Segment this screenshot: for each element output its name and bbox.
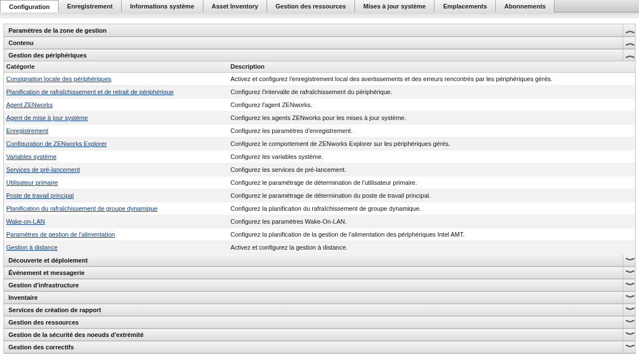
category-cell: Paramètres de gestion de l'alimentation (4, 231, 229, 238)
table-row: Planification de rafraîchissement et de … (4, 86, 635, 99)
section-inventaire[interactable]: Inventaire︾ (4, 291, 635, 304)
section-gestion-d-infrastructure[interactable]: Gestion d'infrastructure︾ (4, 279, 635, 291)
description-cell: Configurez les paramètres Wake-On-LAN. (229, 218, 635, 225)
table-row: Configuration de ZENworks ExplorerConfig… (4, 137, 635, 150)
description-cell: Activez et configurez la gestion à dista… (229, 244, 635, 251)
category-link[interactable]: Enregistrement (6, 127, 48, 134)
section-title: Découverte et déploiement (8, 257, 88, 264)
category-cell: Gestion à distance (4, 244, 229, 251)
column-category: Catégorie (4, 61, 229, 72)
table-row: Wake-on-LANConfigurez les paramètres Wak… (4, 215, 635, 228)
section-zone-settings[interactable]: Paramètres de la zone de gestion ︽ (4, 24, 635, 37)
section-device-management[interactable]: Gestion des périphériques ︽ (4, 49, 635, 61)
category-cell: Planification de rafraîchissement et de … (4, 88, 229, 95)
expand-button[interactable]: ︾ (623, 255, 635, 266)
collapse-button[interactable]: ︽ (623, 37, 635, 48)
section-d-couverte-et-d-ploiement[interactable]: Découverte et déploiement︾ (4, 254, 635, 267)
chevron-down-icon: ︾ (625, 294, 633, 301)
table-row: Variables systèmeConfigurez les variable… (4, 150, 635, 163)
category-link[interactable]: Poste de travail principal (6, 192, 74, 199)
tab-abonnements[interactable]: Abonnements (496, 0, 554, 12)
collapse-button[interactable]: ︽ (623, 25, 635, 36)
tab-informations-syst-me[interactable]: Informations système (122, 0, 203, 12)
table-row: Planification du rafraîchissement de gro… (4, 202, 635, 215)
chevron-down-icon: ︾ (625, 307, 633, 313)
tab-configuration[interactable]: Configuration (0, 0, 59, 12)
category-cell: Wake-on-LAN (4, 218, 229, 225)
category-link[interactable]: Wake-on-LAN (6, 218, 45, 225)
tab-enregistrement[interactable]: Enregistrement (59, 0, 122, 12)
chevron-down-icon: ︾ (625, 331, 633, 338)
table-row: Agent ZENworksConfigurez l'agent ZENwork… (4, 99, 635, 112)
chevron-up-icon: ︽ (625, 39, 633, 46)
chevron-up-icon: ︽ (625, 27, 633, 34)
category-link[interactable]: Planification de rafraîchissement et de … (6, 88, 174, 95)
chevron-down-icon: ︾ (625, 282, 633, 288)
tab-emplacements[interactable]: Emplacements (434, 0, 496, 12)
section-title: Gestion de la sécurité des noeuds d'extr… (8, 331, 144, 338)
category-cell: Variables système (4, 153, 229, 160)
table-row: Utilisateur primaireConfigurez le paramé… (4, 176, 635, 189)
table-row: Consignation locale des périphériquesAct… (4, 73, 635, 86)
section-gestion-des-correctifs[interactable]: Gestion des correctifs︾ (4, 341, 635, 353)
category-cell: Agent ZENworks (4, 101, 229, 108)
table-row: Gestion à distanceActivez et configurez … (4, 241, 635, 254)
section-title: Paramètres de la zone de gestion (8, 27, 106, 34)
category-link[interactable]: Agent ZENworks (6, 101, 53, 108)
tab-gestion-des-ressources[interactable]: Gestion des ressources (267, 0, 355, 12)
section-services-de-cr-ation-de-rapport[interactable]: Services de création de rapport︾ (4, 304, 635, 316)
chevron-down-icon: ︾ (625, 257, 633, 264)
description-cell: Configurez le paramétrage de déterminati… (229, 179, 635, 186)
section-title: Services de création de rapport (8, 307, 101, 313)
tab-bar: ConfigurationEnregistrementInformations … (0, 0, 639, 12)
category-link[interactable]: Services de pré-lancement (6, 166, 80, 173)
category-cell: Agent de mise à jour système (4, 114, 229, 121)
column-headers: Catégorie Description (4, 61, 635, 73)
expand-button[interactable]: ︾ (623, 329, 635, 340)
section-title: Gestion des correctifs (8, 344, 74, 350)
expand-button[interactable]: ︾ (623, 341, 635, 353)
column-description: Description (229, 61, 635, 72)
category-cell: Consignation locale des périphériques (4, 76, 229, 82)
section-title: Gestion d'infrastructure (8, 282, 79, 288)
chevron-down-icon: ︾ (625, 319, 633, 326)
description-cell: Activez et configurez l'enregistrement l… (229, 76, 635, 82)
section-gestion-des-ressources[interactable]: Gestion des ressources︾ (4, 316, 635, 329)
section-title: Gestion des périphériques (8, 52, 87, 59)
expand-button[interactable]: ︾ (623, 317, 635, 328)
chevron-up-icon: ︽ (625, 52, 633, 59)
description-cell: Configurez la planification du rafraîchi… (229, 205, 635, 212)
expand-button[interactable]: ︾ (623, 304, 635, 316)
tab-asset-inventory[interactable]: Asset Inventory (203, 0, 268, 12)
category-link[interactable]: Gestion à distance (6, 244, 57, 251)
category-link[interactable]: Paramètres de gestion de l'alimentation (6, 231, 115, 238)
description-cell: Configurez le paramétrage de déterminati… (229, 192, 635, 199)
tab-mises-jour-syst-me[interactable]: Mises à jour système (355, 0, 435, 12)
section-title: Contenu (8, 39, 34, 46)
expand-button[interactable]: ︾ (623, 292, 635, 303)
chevron-down-icon: ︾ (625, 344, 633, 350)
section-title: Gestion des ressources (8, 319, 79, 326)
category-link[interactable]: Agent de mise à jour système (6, 114, 88, 121)
category-link[interactable]: Planification du rafraîchissement de gro… (6, 205, 157, 212)
expand-button[interactable]: ︾ (623, 267, 635, 278)
category-link[interactable]: Utilisateur primaire (6, 179, 58, 186)
toolbar-spacer (0, 12, 639, 18)
section--v-nement-et-messagerie[interactable]: Événement et messagerie︾ (4, 267, 635, 279)
description-cell: Configurez la planification de la gestio… (229, 231, 635, 238)
category-link[interactable]: Consignation locale des périphériques (6, 76, 112, 82)
section-gestion-de-la-s-curit-des-noeuds-d-extr-mit-[interactable]: Gestion de la sécurité des noeuds d'extr… (4, 329, 635, 341)
description-cell: Configurez les paramètres d'enregistreme… (229, 127, 635, 134)
table-row: Agent de mise à jour systèmeConfigurez l… (4, 112, 635, 125)
expand-button[interactable]: ︾ (623, 279, 635, 291)
table-row: EnregistrementConfigurez les paramètres … (4, 125, 635, 137)
section-content[interactable]: Contenu ︽ (4, 37, 635, 49)
device-settings-table: Consignation locale des périphériquesAct… (4, 73, 635, 254)
table-row: Poste de travail principalConfigurez le … (4, 189, 635, 202)
description-cell: Configurez les services de pré-lancement… (229, 166, 635, 173)
category-link[interactable]: Configuration de ZENworks Explorer (6, 140, 107, 147)
category-link[interactable]: Variables système (6, 153, 56, 160)
category-cell: Utilisateur primaire (4, 179, 229, 186)
collapse-button[interactable]: ︽ (623, 50, 635, 61)
description-cell: Configurez l'intervalle de rafraîchissem… (229, 88, 635, 95)
